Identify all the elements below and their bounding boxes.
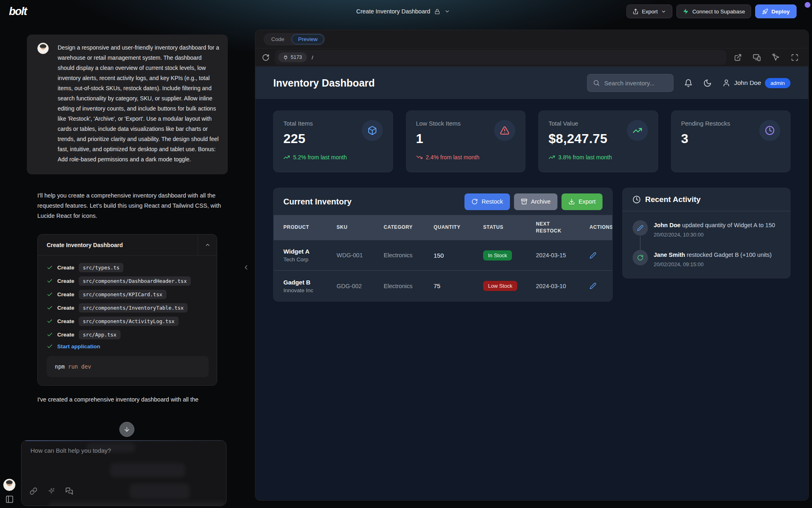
rocket-icon	[762, 9, 768, 15]
current-inventory-panel: Current Inventory Restock Archive	[273, 188, 613, 302]
attach-link-icon[interactable]	[30, 487, 37, 495]
step-file[interactable]: src/types.ts	[79, 263, 123, 272]
product-supplier: Tech Corp	[283, 256, 337, 263]
task-step: Create src/components/InventoryTable.tsx	[47, 303, 209, 313]
dark-mode-toggle-moon-icon[interactable]	[703, 79, 712, 87]
edit-pencil-icon	[633, 220, 648, 236]
tab-code[interactable]: Code	[265, 34, 291, 44]
inventory-table-row[interactable]: Gadget B Innovate Inc GDG-002 Electronic…	[274, 271, 612, 301]
sidebar-toggle-icon[interactable]	[5, 495, 14, 504]
responsive-devices-icon[interactable]	[753, 53, 761, 61]
task-step: Create src/types.ts	[47, 263, 209, 272]
bolt-logo: bolt	[6, 5, 26, 18]
export-csv-button[interactable]: Export	[561, 193, 603, 210]
user-menu[interactable]: John Doe admin	[722, 78, 790, 88]
check-icon	[47, 332, 53, 338]
ghost-suggestion	[48, 501, 227, 506]
archive-button[interactable]: Archive	[514, 193, 557, 210]
chat-mode-icon[interactable]	[65, 487, 73, 495]
top-bar: bolt Create Inventory Dashboard Export C…	[0, 0, 812, 23]
kpi-cards-row: Total Items 225 5.2% from last month	[273, 111, 790, 172]
search-icon	[593, 79, 600, 87]
task-step: Create src/components/DashboardHeader.ts…	[47, 276, 209, 286]
url-path: /	[312, 54, 313, 61]
task-step: Create src/components/KPICard.tsx	[47, 290, 209, 299]
dashboard-title: Inventory Dashboard	[273, 77, 375, 89]
tab-preview[interactable]: Preview	[292, 34, 324, 44]
collapse-task-card-button[interactable]	[198, 234, 217, 255]
step-file[interactable]: src/components/DashboardHeader.tsx	[79, 276, 191, 286]
col-next-restock: Next Restock	[536, 221, 567, 235]
kpi-change: 5.2% from last month	[283, 154, 383, 161]
product-sku: WDG-001	[337, 252, 384, 258]
alert-triangle-icon	[494, 120, 515, 141]
next-restock-date: 2024-03-10	[536, 283, 590, 289]
collapse-chat-chevron[interactable]	[242, 264, 250, 271]
refresh-icon	[633, 250, 648, 265]
export-button[interactable]: Export	[626, 4, 672, 18]
start-application-link[interactable]: Start application	[57, 343, 100, 350]
kpi-value: 1	[416, 131, 461, 146]
edit-pencil-icon[interactable]	[590, 282, 596, 289]
notification-dot	[805, 2, 810, 8]
package-icon	[362, 120, 383, 141]
kpi-value: $8,247.75	[549, 131, 607, 146]
user-message: Design a responsive and user-friendly in…	[27, 35, 228, 174]
port-badge[interactable]: 5173	[278, 52, 307, 62]
connect-supabase-button[interactable]: Connect to Supabase	[676, 4, 751, 18]
activity-action: updated quantity of Widget A to 150	[682, 222, 775, 228]
deploy-button[interactable]: Deploy	[755, 4, 797, 18]
ghost-suggestion	[110, 463, 185, 477]
role-badge: admin	[765, 78, 790, 88]
notifications-bell-icon[interactable]	[684, 79, 693, 87]
step-file[interactable]: src/components/KPICard.tsx	[79, 290, 166, 299]
product-quantity[interactable]: 150	[434, 252, 483, 259]
account-avatar[interactable]	[3, 479, 15, 491]
trending-up-icon	[549, 154, 555, 161]
enhance-prompt-sparkles-icon[interactable]	[48, 487, 55, 495]
step-action: Create	[57, 291, 74, 297]
edit-pencil-icon[interactable]	[590, 252, 596, 259]
command-name: npm	[55, 363, 65, 370]
restock-button[interactable]: Restock	[464, 193, 510, 210]
project-title-menu[interactable]: Create Inventory Dashboard	[356, 8, 450, 15]
trending-up-icon	[283, 154, 290, 161]
col-quantity: Quantity	[434, 224, 483, 231]
chat-sidebar: Design a responsive and user-friendly in…	[0, 23, 255, 508]
status-badge: Low Stock	[483, 281, 517, 291]
inventory-table-row[interactable]: Widget A Tech Corp WDG-001 Electronics 1…	[274, 240, 612, 271]
trending-down-icon	[416, 154, 423, 161]
product-quantity[interactable]: 75	[434, 282, 483, 289]
col-sku: SKU	[337, 224, 384, 231]
fullscreen-icon[interactable]	[791, 54, 799, 61]
kpi-value: 3	[681, 131, 730, 146]
reload-icon[interactable]	[262, 54, 270, 61]
col-product: Product	[283, 224, 337, 231]
product-name: Gadget B	[283, 279, 311, 286]
assistant-intro-text: I'll help you create a comprehensive inv…	[37, 191, 223, 221]
inventory-search-box	[587, 74, 674, 92]
step-file[interactable]: src/components/ActivityLog.tsx	[79, 317, 179, 326]
step-file[interactable]: src/App.tsx	[79, 330, 121, 339]
url-input[interactable]: 5173 /	[275, 50, 726, 65]
kpi-card-pending-restocks: Pending Restocks 3	[671, 111, 791, 172]
inventory-search-input[interactable]	[604, 80, 668, 87]
task-step: Create src/components/ActivityLog.tsx	[47, 317, 209, 326]
port-number: 5173	[291, 54, 302, 60]
scroll-to-bottom-button[interactable]	[119, 422, 134, 437]
chevron-down-icon	[445, 9, 450, 14]
open-external-icon[interactable]	[734, 54, 742, 61]
kpi-label: Pending Restocks	[681, 120, 730, 127]
col-actions: Actions	[590, 224, 613, 231]
kpi-label: Total Items	[283, 120, 313, 127]
chat-input-panel	[21, 440, 227, 506]
inventory-table-header: Product SKU Category Quantity Status Nex…	[274, 215, 612, 240]
check-icon	[47, 305, 53, 311]
recent-activity-panel: Recent Activity John Doe updated quantit…	[622, 188, 790, 278]
chat-message-input[interactable]	[30, 447, 209, 454]
step-file[interactable]: src/components/InventoryTable.tsx	[79, 303, 188, 313]
preview-address-bar: 5173 /	[255, 48, 808, 67]
check-icon	[47, 265, 53, 271]
activity-action: restocked Gadget B (+100 units)	[687, 252, 771, 258]
inspect-cursor-icon[interactable]	[772, 53, 780, 61]
